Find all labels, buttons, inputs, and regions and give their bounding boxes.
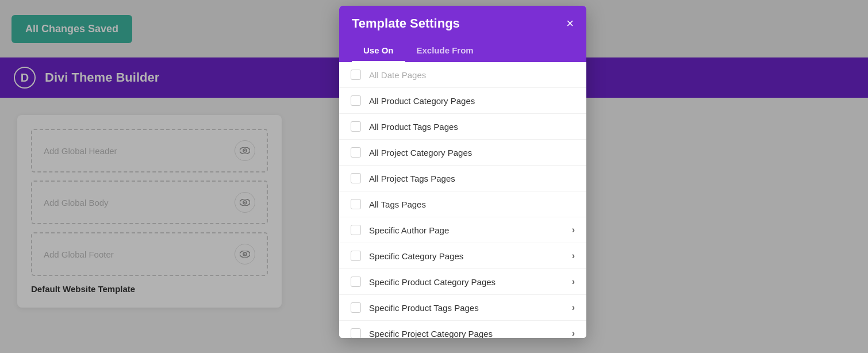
item-label: All Product Category Pages: [369, 96, 575, 106]
modal-list: All Date Pages All Product Category Page…: [339, 62, 586, 338]
item-label: All Tags Pages: [369, 199, 575, 209]
item-checkbox[interactable]: [351, 147, 361, 158]
modal-tabs: Use On Exclude From: [352, 39, 574, 62]
item-checkbox[interactable]: [351, 302, 361, 313]
list-item[interactable]: All Tags Pages: [339, 191, 586, 217]
item-checkbox[interactable]: [351, 95, 361, 106]
list-item[interactable]: All Project Category Pages: [339, 140, 586, 166]
item-checkbox[interactable]: [351, 251, 361, 261]
chevron-right-icon: ›: [572, 277, 575, 287]
chevron-right-icon: ›: [572, 225, 575, 235]
tab-exclude-from[interactable]: Exclude From: [405, 40, 485, 63]
global-body-eye-button[interactable]: [235, 192, 255, 213]
chevron-right-icon: ›: [572, 251, 575, 261]
list-item[interactable]: Specific Author Page ›: [339, 217, 586, 243]
item-label: Specific Author Page: [369, 225, 564, 235]
svg-point-8: [244, 254, 245, 255]
svg-point-5: [244, 202, 245, 203]
item-checkbox[interactable]: [351, 277, 361, 287]
item-label: All Project Tags Pages: [369, 174, 575, 183]
item-checkbox[interactable]: [351, 199, 361, 209]
item-checkbox[interactable]: [351, 121, 361, 132]
divi-logo-icon: D: [14, 67, 36, 89]
item-checkbox[interactable]: [351, 70, 361, 80]
list-item[interactable]: All Product Category Pages: [339, 88, 586, 114]
modal-close-button[interactable]: ×: [566, 17, 574, 30]
modal-header: Template Settings × Use On Exclude From: [339, 6, 586, 62]
global-footer-slot: Add Global Footer: [31, 232, 268, 276]
item-label: All Product Tags Pages: [369, 122, 575, 132]
global-footer-label: Add Global Footer: [44, 250, 114, 259]
modal-title: Template Settings: [352, 16, 460, 31]
list-item[interactable]: All Project Tags Pages: [339, 166, 586, 191]
item-label: Specific Project Category Pages: [369, 329, 564, 339]
global-body-slot: Add Global Body: [31, 181, 268, 224]
item-label: Specific Category Pages: [369, 251, 564, 261]
list-item[interactable]: All Product Tags Pages: [339, 114, 586, 140]
list-item[interactable]: Specific Product Tags Pages ›: [339, 295, 586, 321]
global-header-slot: Add Global Header: [31, 129, 268, 172]
item-label: Specific Product Tags Pages: [369, 303, 564, 313]
modal-title-row: Template Settings ×: [352, 16, 574, 31]
list-item[interactable]: All Date Pages: [339, 62, 586, 88]
saved-badge: All Changes Saved: [11, 15, 132, 43]
item-checkbox[interactable]: [351, 328, 361, 338]
list-item[interactable]: Specific Category Pages ›: [339, 243, 586, 269]
chevron-right-icon: ›: [572, 302, 575, 313]
item-label: All Date Pages: [369, 70, 575, 80]
svg-point-2: [244, 150, 245, 151]
global-body-label: Add Global Body: [44, 198, 109, 208]
item-label: Specific Product Category Pages: [369, 277, 564, 287]
template-settings-modal: Template Settings × Use On Exclude From …: [339, 6, 586, 338]
template-name-label: Default Website Template: [31, 284, 268, 294]
item-checkbox[interactable]: [351, 225, 361, 235]
item-label: All Project Category Pages: [369, 148, 575, 158]
tab-use-on[interactable]: Use On: [352, 40, 405, 63]
item-checkbox[interactable]: [351, 173, 361, 183]
template-card: Add Global Header Add Global Body: [17, 115, 282, 308]
global-header-eye-button[interactable]: [235, 140, 255, 161]
global-header-label: Add Global Header: [44, 146, 117, 156]
list-item[interactable]: Specific Product Category Pages ›: [339, 269, 586, 295]
list-item[interactable]: Specific Project Category Pages ›: [339, 321, 586, 338]
chevron-right-icon: ›: [572, 328, 575, 338]
divi-title: Divi Theme Builder: [45, 70, 159, 85]
global-footer-eye-button[interactable]: [235, 244, 255, 264]
